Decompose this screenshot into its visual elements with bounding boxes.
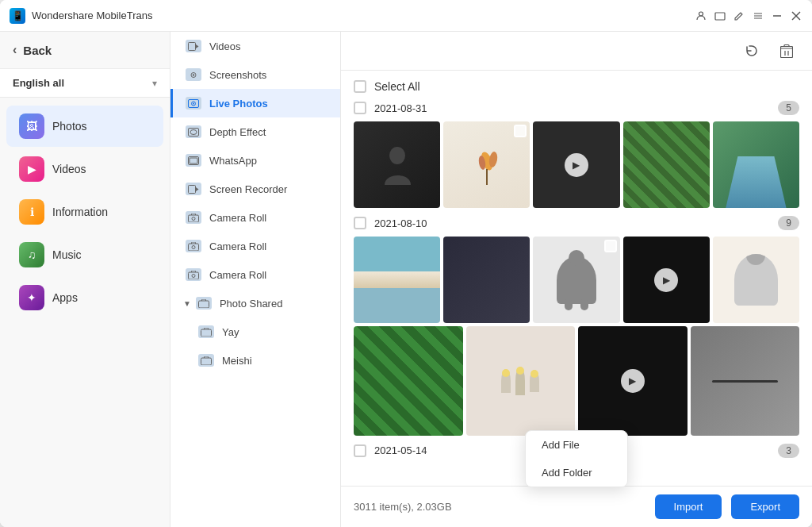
sub-yay-label: Yay: [222, 326, 239, 338]
add-file-item[interactable]: Add File: [526, 431, 627, 459]
device-dropdown[interactable]: English all ▾: [0, 69, 170, 98]
content-area: Select All 2021-08-31 5: [341, 32, 812, 527]
svg-point-34: [389, 147, 405, 164]
thumb-checkbox[interactable]: [514, 125, 527, 137]
svg-rect-28: [201, 329, 212, 337]
photo-thumb[interactable]: ▶: [533, 121, 619, 208]
delete-button[interactable]: [774, 38, 799, 63]
date-row-2: 2021-08-10 9: [354, 216, 799, 230]
sidebar-item-videos[interactable]: ▶ Videos: [6, 148, 163, 190]
play-button[interactable]: ▶: [654, 268, 678, 292]
sub-nav-camera-roll-3[interactable]: Camera Roll: [170, 260, 340, 289]
photo-grid: Select All 2021-08-31 5: [341, 71, 812, 486]
svg-point-24: [192, 245, 195, 248]
sub-nav-camera-roll-2[interactable]: Camera Roll: [170, 232, 340, 260]
sub-whatsapp-icon: [186, 154, 201, 167]
app-icon: 📱: [10, 8, 25, 24]
sidebar-item-music[interactable]: ♫ Music: [6, 234, 163, 275]
sub-nav-meishi[interactable]: Meishi: [183, 346, 340, 375]
sub-nav-yay[interactable]: Yay: [183, 317, 340, 346]
photo-thumb[interactable]: ▶: [623, 237, 710, 323]
chevron-down-icon: ▾: [152, 78, 157, 89]
back-button[interactable]: ‹ Back: [0, 32, 170, 69]
photo-thumb[interactable]: [713, 121, 799, 208]
nav-items: 🖼 Photos ▶ Videos ℹ Information: [0, 98, 170, 527]
photo-shared-header[interactable]: ▼ Photo Shared: [170, 289, 340, 317]
date-3-checkbox[interactable]: [354, 444, 366, 457]
sub-nav-depth-effect[interactable]: Depth Effect: [170, 117, 340, 146]
svg-point-11: [193, 74, 194, 75]
svg-marker-9: [196, 44, 199, 48]
photo-thumb[interactable]: [354, 326, 463, 436]
photo-thumb[interactable]: [533, 237, 619, 323]
toolbar-actions: [739, 38, 799, 63]
bottom-bar: 3011 item(s), 2.03GB Import Export Add F…: [341, 486, 812, 527]
menu-btn[interactable]: [752, 10, 764, 22]
edit-btn[interactable]: [733, 10, 745, 22]
date-1-checkbox[interactable]: [354, 102, 366, 114]
sub-recorder-label: Screen Recorder: [209, 183, 287, 195]
photo-row-2: ▶: [354, 237, 799, 323]
photo-thumb[interactable]: [713, 237, 799, 323]
photo-thumb[interactable]: [443, 121, 530, 208]
svg-rect-19: [189, 185, 196, 193]
sub-live-icon: [186, 97, 201, 110]
add-folder-item[interactable]: Add Folder: [526, 459, 627, 487]
sub-nav-screen-recorder[interactable]: Screen Recorder: [170, 175, 340, 203]
photo-thumb[interactable]: [354, 121, 440, 208]
select-all-label[interactable]: Select All: [374, 80, 420, 93]
sub-meishi-icon: [198, 354, 214, 367]
date-2-count: 9: [778, 216, 799, 230]
select-all-row: Select All: [354, 80, 799, 93]
photo-thumb[interactable]: [466, 326, 576, 436]
sub-nav-videos[interactable]: Videos: [170, 32, 340, 60]
sub-nav-camera-roll-1[interactable]: Camera Roll: [170, 203, 340, 232]
sidebar-item-photos[interactable]: 🖼 Photos: [6, 106, 163, 147]
sidebar: ‹ Back English all ▾ 🖼 Photos ▶: [0, 32, 170, 527]
export-button[interactable]: Export: [731, 494, 799, 519]
info-label: Information: [52, 206, 108, 218]
sub-nav-whatsapp[interactable]: WhatsApp: [170, 146, 340, 175]
sub-videos-icon: [186, 40, 201, 52]
toolbar: [341, 32, 812, 71]
photo-shared-label: Photo Shared: [220, 298, 283, 310]
photo-thumb[interactable]: [623, 121, 710, 208]
thumb-checkbox[interactable]: [604, 240, 617, 252]
photo-shared-sub-items: Yay Meishi: [170, 317, 340, 375]
user-icon-btn[interactable]: [695, 10, 707, 22]
play-button[interactable]: ▶: [565, 153, 588, 177]
videos-icon: ▶: [19, 156, 44, 182]
photos-label: Photos: [52, 120, 87, 133]
svg-point-14: [193, 102, 194, 104]
photo-thumb[interactable]: [443, 237, 530, 323]
sidebar-item-information[interactable]: ℹ Information: [6, 191, 163, 233]
select-all-checkbox[interactable]: [354, 80, 366, 93]
sub-yay-icon: [198, 325, 214, 338]
photo-row-1: ▶: [354, 121, 799, 208]
play-button[interactable]: ▶: [621, 369, 645, 393]
date-2-checkbox[interactable]: [354, 217, 366, 229]
close-btn[interactable]: [790, 10, 802, 22]
sub-depth-label: Depth Effect: [209, 126, 266, 138]
music-icon: ♫: [19, 242, 44, 267]
window-mode-btn[interactable]: [714, 10, 726, 22]
photo-thumb[interactable]: [691, 326, 800, 436]
import-button[interactable]: Import: [655, 494, 722, 519]
dropdown-popup: Add File Add Folder: [525, 430, 628, 487]
sidebar-item-apps[interactable]: ✦ Apps: [6, 277, 163, 318]
info-icon: ℹ: [19, 199, 44, 225]
sub-camera2-icon: [186, 240, 201, 252]
sub-camera1-icon: [186, 211, 201, 224]
sub-nav-screenshots[interactable]: Screenshots: [170, 60, 340, 89]
undo-button[interactable]: [739, 38, 764, 63]
photo-thumb[interactable]: [354, 237, 440, 323]
date-1-count: 5: [778, 101, 799, 115]
minimize-btn[interactable]: [771, 10, 783, 22]
sub-nav-live-photos[interactable]: Live Photos: [170, 89, 340, 117]
svg-rect-25: [189, 272, 199, 279]
svg-point-16: [190, 129, 197, 134]
svg-point-26: [192, 274, 195, 277]
photo-row-2b: ▶: [354, 326, 799, 436]
svg-rect-29: [201, 358, 212, 365]
photo-thumb[interactable]: ▶: [578, 326, 688, 436]
